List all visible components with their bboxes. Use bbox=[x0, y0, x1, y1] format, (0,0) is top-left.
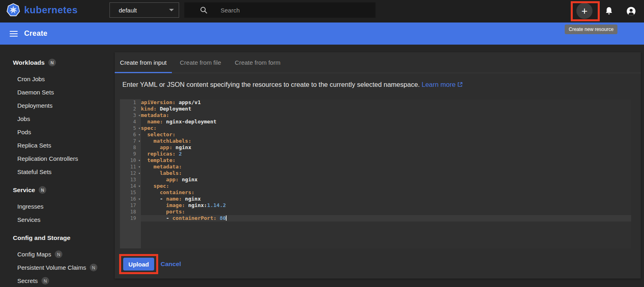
sidebar-item-services[interactable]: Services bbox=[0, 213, 115, 226]
sidebar-item-label: Persistent Volume Claims bbox=[17, 264, 86, 271]
tab-create-from-form[interactable]: Create from form bbox=[229, 52, 286, 73]
line-number-value: 9 bbox=[133, 151, 136, 157]
fold-arrow-icon[interactable]: ▾ bbox=[138, 131, 140, 138]
logo-text: kubernetes bbox=[24, 4, 78, 16]
code-line: image: nginx:1.14.2 bbox=[141, 202, 631, 209]
sidebar-item-daemon-sets[interactable]: Daemon Sets bbox=[0, 86, 115, 99]
yaml-editor[interactable]: 1apiVersion: apps/v12kind: Deployment3▾m… bbox=[120, 99, 631, 248]
code-line: name: nginx-deployment bbox=[141, 119, 631, 125]
line-number: 5▾ bbox=[120, 125, 141, 131]
search-icon bbox=[200, 6, 208, 14]
tooltip-create-new-resource: Create new resource bbox=[565, 25, 617, 34]
sidebar-item-config-maps[interactable]: Config MapsN bbox=[0, 248, 115, 261]
fold-arrow-icon[interactable]: ▾ bbox=[138, 138, 140, 144]
sidebar-item-label: Secrets bbox=[17, 277, 38, 284]
line-number-value: 15 bbox=[130, 190, 136, 195]
upload-button[interactable]: Upload bbox=[123, 258, 154, 271]
line-number: 8 bbox=[120, 144, 141, 151]
editor-line: 18 ports: bbox=[120, 209, 631, 215]
line-number: 14▾ bbox=[120, 183, 141, 189]
notifications-button[interactable] bbox=[604, 6, 614, 18]
new-badge: N bbox=[48, 59, 56, 66]
code-line: replicas: 2 bbox=[141, 151, 631, 157]
sidebar-item-jobs[interactable]: Jobs bbox=[0, 112, 115, 125]
code-line: ports: bbox=[141, 209, 631, 215]
tab-create-from-input[interactable]: Create from input bbox=[115, 52, 172, 73]
tab-create-from-file[interactable]: Create from file bbox=[172, 52, 229, 73]
line-number-value: 3 bbox=[133, 113, 136, 118]
account-button[interactable] bbox=[626, 6, 636, 18]
line-number: 17 bbox=[120, 202, 141, 209]
create-new-resource-button[interactable]: + bbox=[576, 3, 592, 19]
line-number-value: 13 bbox=[130, 177, 136, 182]
cancel-button[interactable]: Cancel bbox=[161, 260, 181, 268]
line-number-value: 11 bbox=[130, 164, 136, 170]
code-line: app: nginx bbox=[141, 144, 631, 151]
sidebar-section-items: Config MapsNPersistent Volume ClaimsNSec… bbox=[0, 248, 115, 287]
sidebar-item-deployments[interactable]: Deployments bbox=[0, 99, 115, 112]
fold-arrow-icon[interactable]: ▾ bbox=[138, 164, 140, 170]
code-line: - name: nginx bbox=[141, 196, 631, 202]
fold-arrow-icon[interactable]: ▾ bbox=[138, 170, 140, 176]
sidebar-item-label: Jobs bbox=[17, 115, 30, 122]
line-number-value: 10 bbox=[130, 158, 136, 163]
sidebar-item-replica-sets[interactable]: Replica Sets bbox=[0, 139, 115, 152]
sidebar-item-ingresses[interactable]: Ingresses bbox=[0, 200, 115, 213]
line-number-value: 12 bbox=[130, 170, 136, 176]
fold-arrow-icon[interactable]: ▾ bbox=[138, 125, 140, 131]
editor-line: 3▾metadata: bbox=[120, 112, 631, 119]
line-number: 11▾ bbox=[120, 164, 141, 170]
tab-label: Create from file bbox=[180, 59, 221, 66]
namespace-selector[interactable]: default bbox=[109, 2, 179, 18]
token-val: nginx-deployment bbox=[163, 119, 217, 125]
editor-lines: 1apiVersion: apps/v12kind: Deployment3▾m… bbox=[120, 99, 631, 221]
token-key: spec: bbox=[141, 183, 169, 189]
bell-icon bbox=[604, 6, 614, 16]
search-input[interactable] bbox=[221, 7, 357, 14]
sidebar-section-workloads: WorkloadsN bbox=[0, 56, 115, 69]
sidebar-item-secrets[interactable]: SecretsN bbox=[0, 274, 115, 287]
code-line: labels: bbox=[141, 170, 631, 176]
kubernetes-logo[interactable]: kubernetes bbox=[6, 3, 78, 17]
token-val: - bbox=[141, 196, 166, 202]
namespace-value: default bbox=[119, 7, 137, 14]
editor-line: 1apiVersion: apps/v1 bbox=[120, 99, 631, 106]
line-number: 9 bbox=[120, 151, 141, 157]
sidebar-section-items: IngressesServices bbox=[0, 200, 115, 226]
code-line: selector: bbox=[141, 131, 631, 138]
sidebar-item-cron-jobs[interactable]: Cron Jobs bbox=[0, 72, 115, 86]
sidebar-item-replication-controllers[interactable]: Replication Controllers bbox=[0, 152, 115, 165]
sidebar-item-persistent-volume-claims[interactable]: Persistent Volume ClaimsN bbox=[0, 261, 115, 274]
token-val bbox=[217, 215, 220, 221]
token-key: ports: bbox=[141, 209, 185, 215]
editor-line: 11▾ metadata: bbox=[120, 164, 631, 170]
editor-line: 12▾ labels: bbox=[120, 170, 631, 176]
sidebar-item-label: Stateful Sets bbox=[17, 168, 52, 175]
code-line: template: bbox=[141, 157, 631, 164]
description-body: Enter YAML or JSON content specifying th… bbox=[122, 81, 420, 88]
sidebar-item-label: Pods bbox=[17, 129, 31, 135]
editor-line: 17 image: nginx:1.14.2 bbox=[120, 202, 631, 209]
menu-button[interactable] bbox=[10, 29, 18, 38]
code-line: spec: bbox=[141, 125, 631, 131]
line-number: 10▾ bbox=[120, 157, 141, 164]
fold-arrow-icon[interactable]: ▾ bbox=[138, 157, 140, 164]
token-key: template: bbox=[141, 157, 175, 163]
sidebar-section-label: Workloads bbox=[13, 59, 45, 66]
sidebar-item-label: Cron Jobs bbox=[17, 76, 45, 82]
learn-more-link[interactable]: Learn more bbox=[422, 81, 456, 88]
token-key: metadata: bbox=[141, 164, 182, 170]
line-number: 16▾ bbox=[120, 196, 141, 202]
editor-line: 7▾ matchLabels: bbox=[120, 138, 631, 144]
fold-arrow-icon[interactable]: ▾ bbox=[138, 196, 140, 202]
line-number: 15 bbox=[120, 189, 141, 196]
sidebar-item-pods[interactable]: Pods bbox=[0, 125, 115, 139]
chevron-down-icon bbox=[169, 9, 174, 11]
token-key: name: bbox=[141, 119, 163, 125]
page-title: Create bbox=[24, 29, 47, 38]
sidebar-item-stateful-sets[interactable]: Stateful Sets bbox=[0, 165, 115, 178]
sidebar-item-label: Deployments bbox=[17, 102, 53, 109]
search-bar[interactable] bbox=[184, 2, 376, 18]
fold-arrow-icon[interactable]: ▾ bbox=[138, 112, 140, 119]
fold-arrow-icon[interactable]: ▾ bbox=[138, 183, 140, 189]
